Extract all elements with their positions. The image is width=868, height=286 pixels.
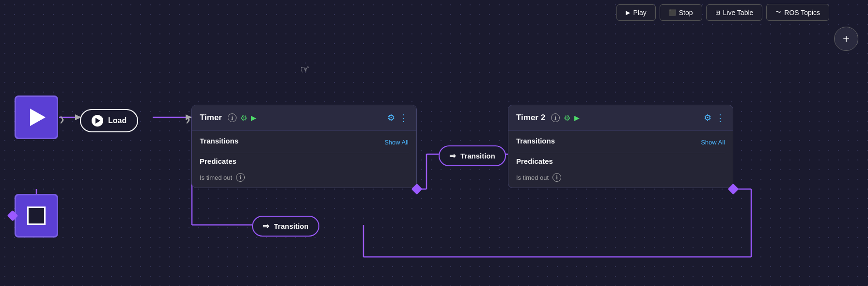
table-icon: ⊞ bbox=[715, 9, 720, 16]
timer2-predicate-item: Is timed out ℹ bbox=[516, 173, 725, 182]
timer-transitions-label: Transitions bbox=[200, 137, 238, 145]
timer2-timed-out-label: Is timed out bbox=[516, 174, 549, 181]
end-icon bbox=[27, 207, 46, 225]
transition2-icon: ⇒ bbox=[263, 222, 269, 231]
timer-predicates-label: Predicates bbox=[200, 157, 237, 165]
timer-panel-body: Transitions Show All Predicates Is timed… bbox=[192, 131, 416, 188]
timer2-show-all[interactable]: Show All bbox=[701, 139, 725, 146]
play-button[interactable]: ▶ Play bbox=[616, 4, 655, 21]
timer-predicates-row: Predicates bbox=[200, 157, 409, 168]
cursor-icon: ☞ bbox=[300, 62, 311, 76]
add-button[interactable]: + bbox=[834, 27, 858, 51]
wave-icon: 〜 bbox=[775, 8, 781, 16]
stop-label: Stop bbox=[679, 9, 693, 16]
plus-icon: + bbox=[843, 32, 850, 46]
timer-predicate-item: Is timed out ℹ bbox=[200, 173, 409, 182]
timer-gear-blue-icon[interactable]: ⚙ bbox=[387, 112, 395, 123]
timer-dots-icon[interactable]: ⋮ bbox=[399, 112, 409, 124]
live-table-button[interactable]: ⊞ Live Table bbox=[706, 4, 763, 21]
timer2-info-icon[interactable]: ℹ bbox=[551, 113, 560, 122]
timer2-predicates-label: Predicates bbox=[516, 157, 553, 165]
load-node[interactable]: Load bbox=[80, 109, 138, 132]
timer2-timed-out-info-icon[interactable]: ℹ bbox=[552, 173, 561, 182]
play-label: Play bbox=[633, 9, 646, 16]
start-node[interactable] bbox=[15, 95, 58, 139]
timer2-transitions-row: Transitions Show All bbox=[516, 137, 725, 148]
start-connector: ❯ bbox=[59, 115, 65, 123]
timer-gear-green-icon[interactable]: ⚙ bbox=[240, 113, 247, 123]
transition1-label: Transition bbox=[460, 152, 495, 160]
timer2-panel-header: Timer 2 ℹ ⚙ ▶ ⚙ ⋮ bbox=[508, 105, 733, 131]
play-icon: ▶ bbox=[626, 9, 630, 16]
timer2-gear-green-icon[interactable]: ⚙ bbox=[564, 113, 570, 123]
ros-topics-button[interactable]: 〜 ROS Topics bbox=[766, 4, 829, 21]
toolbar: ▶ Play ⬛ Stop ⊞ Live Table 〜 ROS Topics bbox=[616, 4, 829, 21]
timer-timed-out-info-icon[interactable]: ℹ bbox=[236, 173, 245, 182]
transition1-pill[interactable]: ⇒ Transition bbox=[439, 145, 506, 166]
transition2-pill[interactable]: ⇒ Transition bbox=[252, 216, 319, 237]
timer2-transitions-label: Transitions bbox=[516, 137, 555, 145]
live-table-label: Live Table bbox=[723, 9, 754, 16]
timer-panel: Timer ℹ ⚙ ▶ ⚙ ⋮ Transitions Show All Pre… bbox=[191, 105, 417, 188]
transition1-icon: ⇒ bbox=[449, 151, 456, 160]
timer2-play-green-icon[interactable]: ▶ bbox=[574, 114, 580, 122]
timer-transitions-row: Transitions Show All bbox=[200, 137, 409, 148]
timer-play-green-icon[interactable]: ▶ bbox=[251, 114, 256, 122]
timer2-panel-body: Transitions Show All Predicates Is timed… bbox=[508, 131, 733, 188]
timer-info-icon[interactable]: ℹ bbox=[228, 113, 237, 122]
load-connector: ❯ bbox=[185, 115, 191, 123]
end-node[interactable] bbox=[15, 194, 58, 238]
timer2-dots-icon[interactable]: ⋮ bbox=[715, 112, 725, 124]
start-icon bbox=[30, 109, 46, 126]
timer2-gear-blue-icon[interactable]: ⚙ bbox=[704, 112, 711, 123]
ros-topics-label: ROS Topics bbox=[784, 9, 820, 16]
timer2-title: Timer 2 bbox=[516, 113, 545, 123]
timer-divider1 bbox=[200, 153, 409, 153]
stop-icon: ⬛ bbox=[669, 9, 676, 16]
load-label: Load bbox=[108, 116, 126, 125]
timer2-panel: Timer 2 ℹ ⚙ ▶ ⚙ ⋮ Transitions Show All P… bbox=[508, 105, 733, 188]
timer-panel-header: Timer ℹ ⚙ ▶ ⚙ ⋮ bbox=[192, 105, 416, 131]
load-play-icon bbox=[92, 115, 103, 127]
timer2-predicates-row: Predicates bbox=[516, 157, 725, 168]
timer2-divider1 bbox=[516, 153, 725, 153]
transition2-label: Transition bbox=[274, 222, 309, 230]
stop-button[interactable]: ⬛ Stop bbox=[660, 4, 702, 21]
timer-title: Timer bbox=[200, 113, 222, 123]
timer-show-all[interactable]: Show All bbox=[384, 139, 409, 146]
timer-timed-out-label: Is timed out bbox=[200, 174, 232, 181]
